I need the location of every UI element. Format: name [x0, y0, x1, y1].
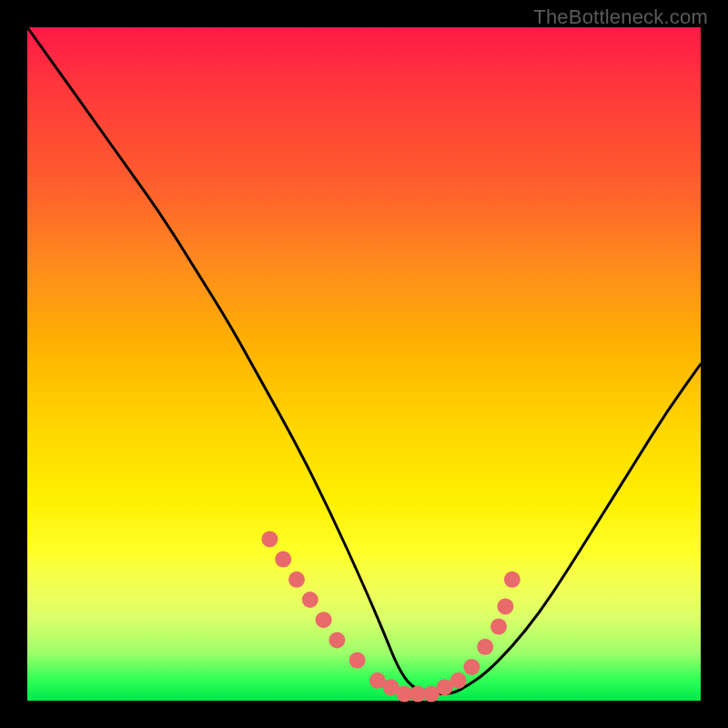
highlight-dot	[261, 531, 278, 547]
highlight-dot	[450, 672, 467, 689]
highlight-dot	[477, 639, 493, 655]
highlight-dot	[490, 619, 507, 635]
highlight-dot	[288, 571, 305, 588]
watermark-text: TheBottleneck.com	[533, 5, 708, 29]
highlight-dot	[349, 652, 366, 669]
chart-frame: TheBottleneck.com	[0, 0, 728, 728]
highlight-dot	[497, 598, 513, 614]
bottleneck-curve	[27, 27, 701, 694]
plot-area	[27, 27, 701, 701]
highlight-dot	[302, 592, 318, 608]
highlight-dot	[316, 612, 332, 628]
highlight-dot	[504, 571, 521, 588]
highlight-dot	[275, 551, 291, 568]
highlight-dot	[329, 632, 345, 648]
highlight-dot	[463, 659, 480, 675]
chart-svg	[27, 27, 701, 701]
